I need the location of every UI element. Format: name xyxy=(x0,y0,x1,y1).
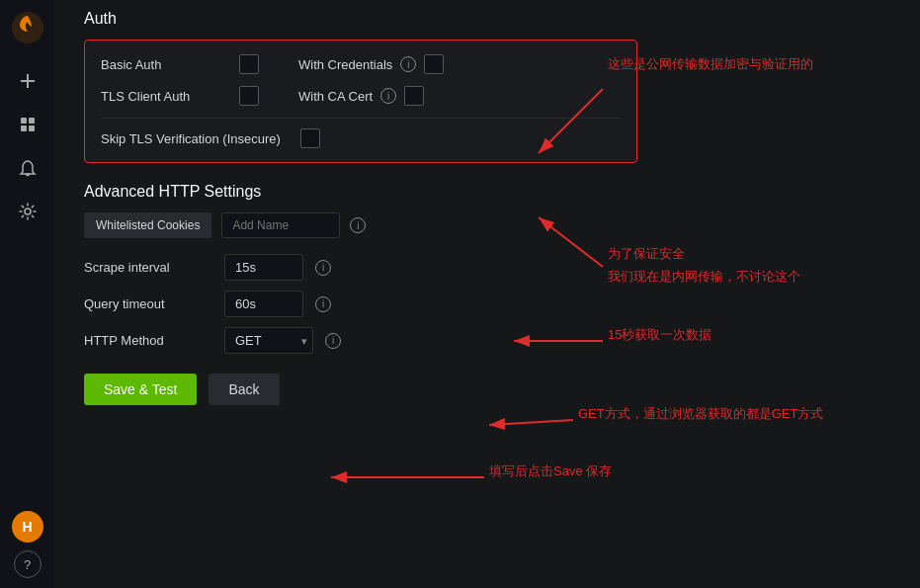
basic-auth-label: Basic Auth xyxy=(101,57,239,72)
dashboard-button[interactable] xyxy=(10,107,45,142)
with-credentials-group: With Credentials i xyxy=(298,54,444,74)
with-credentials-info-icon[interactable]: i xyxy=(400,56,416,72)
basic-auth-checkbox[interactable] xyxy=(239,54,259,74)
button-row: Save & Test Back xyxy=(84,374,900,405)
with-credentials-checkbox[interactable] xyxy=(424,54,444,74)
scrape-interval-info-icon[interactable]: i xyxy=(315,260,331,276)
auth-row-tls: TLS Client Auth With CA Cert i xyxy=(101,86,621,106)
app-logo[interactable] xyxy=(10,10,45,45)
whitelisted-cookies-row: Whitelisted Cookies i xyxy=(84,212,776,238)
svg-rect-4 xyxy=(29,118,35,124)
advanced-section-title: Advanced HTTP Settings xyxy=(84,183,776,201)
query-timeout-input[interactable] xyxy=(224,291,303,317)
scrape-interval-label: Scrape interval xyxy=(84,260,212,275)
svg-point-10 xyxy=(25,209,31,214)
with-ca-cert-group: With CA Cert i xyxy=(298,86,424,106)
auth-row-basic: Basic Auth With Credentials i xyxy=(101,54,621,74)
svg-rect-5 xyxy=(21,126,27,131)
main-content: Auth Basic Auth With Credentials i TLS C… xyxy=(54,0,920,588)
query-timeout-label: Query timeout xyxy=(84,296,212,311)
save-annotation: 填写后点击Save 保存 xyxy=(489,462,612,480)
get-annotation: GET方式，通过浏览器获取的都是GET方式 xyxy=(578,405,823,423)
with-ca-cert-info-icon[interactable]: i xyxy=(380,88,396,104)
http-method-info-icon[interactable]: i xyxy=(325,333,341,349)
tls-client-auth-label: TLS Client Auth xyxy=(101,89,239,104)
query-timeout-row: Query timeout i xyxy=(84,291,776,317)
with-ca-cert-checkbox[interactable] xyxy=(404,86,424,106)
scrape-interval-row: Scrape interval i xyxy=(84,254,776,281)
with-ca-cert-label: With CA Cert xyxy=(298,89,373,104)
skip-tls-row: Skip TLS Verification (Insecure) xyxy=(101,118,621,148)
user-avatar[interactable]: H xyxy=(12,511,43,543)
whitelisted-cookies-button[interactable]: Whitelisted Cookies xyxy=(84,212,211,238)
skip-tls-checkbox[interactable] xyxy=(300,128,320,148)
query-timeout-info-icon[interactable]: i xyxy=(315,296,331,312)
auth-annotation: 这些是公网传输数据加密与验证用的 xyxy=(608,54,813,75)
settings-button[interactable] xyxy=(10,194,45,229)
sidebar: H ? xyxy=(0,0,54,588)
http-method-label: HTTP Method xyxy=(84,333,212,348)
tls-client-auth-checkbox[interactable] xyxy=(239,86,259,106)
http-method-select-wrapper: GET POST PUT xyxy=(224,327,313,354)
add-button[interactable] xyxy=(10,63,45,99)
http-method-row: HTTP Method GET POST PUT i xyxy=(84,327,776,354)
auth-section-title: Auth xyxy=(84,10,900,28)
save-test-button[interactable]: Save & Test xyxy=(84,374,197,405)
advanced-http-section: Advanced HTTP Settings Whitelisted Cooki… xyxy=(84,183,776,354)
cookies-info-icon[interactable]: i xyxy=(350,217,366,233)
add-name-input[interactable] xyxy=(221,212,340,238)
sidebar-bottom: H ? xyxy=(12,511,43,578)
svg-rect-6 xyxy=(29,126,35,131)
auth-box: Basic Auth With Credentials i TLS Client… xyxy=(84,40,637,163)
svg-rect-3 xyxy=(21,118,27,124)
skip-tls-label: Skip TLS Verification (Insecure) xyxy=(101,131,281,146)
back-button[interactable]: Back xyxy=(209,374,279,405)
help-button[interactable]: ? xyxy=(14,550,42,578)
alerts-button[interactable] xyxy=(10,150,45,186)
with-credentials-label: With Credentials xyxy=(298,57,392,72)
scrape-interval-input[interactable] xyxy=(224,254,303,281)
http-method-select[interactable]: GET POST PUT xyxy=(224,327,313,354)
